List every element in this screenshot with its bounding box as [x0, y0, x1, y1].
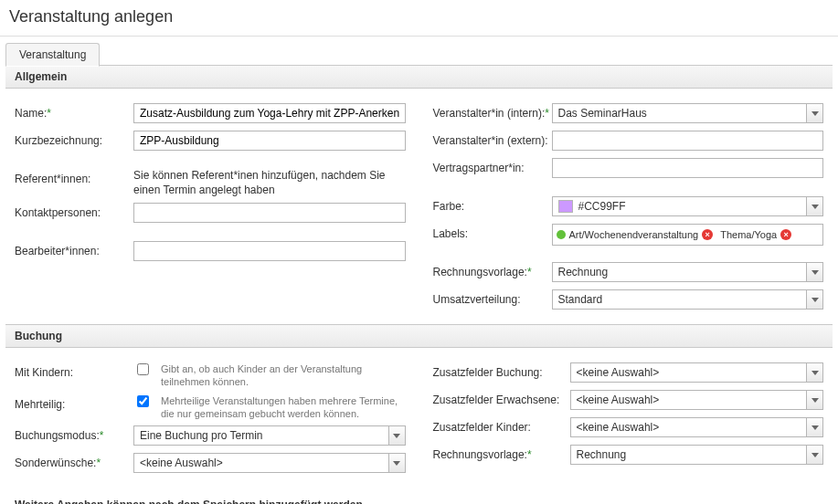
- zf-kind-select[interactable]: <keine Auswahl>: [570, 417, 824, 437]
- label-zf-kind: Zusatzfelder Kinder:: [433, 417, 570, 434]
- chevron-down-icon: [806, 263, 822, 281]
- label-kurz: Kurzbezeichnung:: [15, 131, 133, 147]
- label-kinder: Mit Kindern:: [15, 362, 133, 379]
- label-bearbeiter: Bearbeiter*innen:: [15, 241, 133, 257]
- kinder-checkbox[interactable]: [137, 363, 149, 375]
- kinder-hint: Gibt an, ob auch Kinder an der Veranstal…: [161, 362, 406, 389]
- chevron-down-icon: [388, 454, 405, 472]
- modus-select[interactable]: Eine Buchung pro Termin: [133, 425, 406, 446]
- color-swatch: [558, 200, 573, 213]
- chevron-down-icon: [806, 197, 822, 215]
- section-header-buchung: Buchung: [5, 324, 833, 348]
- label-ver-ext: Veranstalter*in (extern):: [433, 131, 552, 147]
- chevron-down-icon: [806, 363, 822, 382]
- rechvorl-select[interactable]: Rechnung: [552, 262, 824, 282]
- label-zf-erw: Zusatzfelder Erwachsene:: [433, 390, 570, 406]
- footer-note: Weitere Angaben können nach dem Speicher…: [0, 488, 838, 504]
- label-mehrteilig: Mehrteilig:: [15, 394, 133, 411]
- mehrteilig-checkbox[interactable]: [137, 395, 149, 407]
- tab-bar: Veranstaltung: [5, 42, 833, 66]
- label-labels: Labels:: [433, 224, 552, 240]
- rechvorl-b-select[interactable]: Rechnung: [570, 445, 824, 465]
- label-ver-int: Veranstalter*in (intern):: [433, 103, 552, 120]
- label-rechvorl-b: Rechnungsvorlage:: [433, 445, 570, 461]
- chevron-down-icon: [806, 391, 822, 409]
- remove-tag-icon[interactable]: ×: [780, 229, 791, 240]
- ver-ext-input[interactable]: [552, 131, 824, 151]
- chevron-down-icon: [806, 446, 822, 464]
- label-rechvorl: Rechnungsvorlage:: [433, 262, 552, 278]
- name-input[interactable]: [133, 103, 406, 123]
- umsatz-select[interactable]: Standard: [552, 289, 824, 310]
- zf-buchung-select[interactable]: <keine Auswahl>: [570, 362, 824, 383]
- label-modus: Buchungsmodus:: [15, 425, 133, 442]
- page-title: Veranstaltung anlegen: [0, 0, 838, 37]
- label-kontakt: Kontaktpersonen:: [15, 203, 133, 219]
- mehrteilig-hint: Mehrteilige Veranstaltungen haben mehrer…: [161, 394, 406, 421]
- chevron-down-icon: [388, 426, 405, 445]
- tab-veranstaltung[interactable]: Veranstaltung: [5, 43, 100, 67]
- sonder-select[interactable]: <keine Auswahl>: [133, 453, 406, 473]
- ver-int-select[interactable]: Das SeminarHaus: [552, 103, 824, 123]
- label-sonder: Sonderwünsche:: [15, 453, 133, 469]
- label-vertrag: Vertragspartner*in:: [433, 158, 552, 174]
- label-farbe: Farbe:: [433, 196, 552, 213]
- tag: Thema/Yoga ×: [720, 229, 791, 240]
- bearbeiter-input[interactable]: [133, 241, 406, 261]
- label-name: Name:: [15, 103, 133, 120]
- label-referent: Referent*innen:: [15, 169, 133, 185]
- dot-icon: [557, 230, 566, 239]
- section-header-allgemein: Allgemein: [5, 66, 833, 89]
- tag: Art/Wochenendveranstaltung ×: [557, 229, 714, 240]
- kontakt-input[interactable]: [133, 203, 406, 223]
- referent-hint: Sie können Referent*inen hinzufügen, nac…: [133, 169, 406, 197]
- farbe-select[interactable]: #CC99FF: [552, 196, 824, 216]
- label-umsatz: Umsatzverteilung:: [433, 289, 552, 306]
- section-allgemein: Name: Kurzbezeichnung: Referent*innen: S…: [5, 89, 833, 324]
- chevron-down-icon: [806, 104, 822, 122]
- section-buchung: Mit Kindern: Gibt an, ob auch Kinder an …: [5, 348, 833, 488]
- label-zf-buchung: Zusatzfelder Buchung:: [433, 362, 570, 379]
- remove-tag-icon[interactable]: ×: [702, 229, 713, 240]
- chevron-down-icon: [806, 290, 822, 309]
- vertrag-input[interactable]: [552, 158, 824, 178]
- labels-tagbox[interactable]: Art/Wochenendveranstaltung × Thema/Yoga …: [552, 224, 824, 246]
- chevron-down-icon: [806, 418, 822, 436]
- zf-erw-select[interactable]: <keine Auswahl>: [570, 390, 824, 410]
- kurz-input[interactable]: [133, 131, 406, 151]
